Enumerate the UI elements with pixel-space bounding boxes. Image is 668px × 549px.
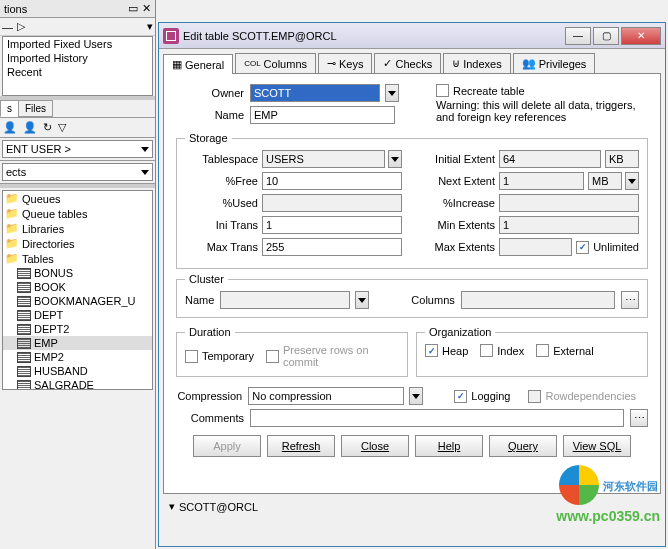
comments-input[interactable] — [250, 409, 624, 427]
folder-icon: 📁 — [5, 237, 19, 250]
tab-strip: ▦General COLColumns ⊸Keys ✓Checks ⊎Index… — [163, 53, 661, 74]
owner-input[interactable]: SCOTT — [250, 84, 380, 102]
chevron-down-icon — [391, 157, 399, 162]
right-icon[interactable]: ▷ — [17, 20, 25, 33]
duration-legend: Duration — [185, 326, 235, 338]
cluster-name-dropdown[interactable] — [355, 291, 369, 309]
tree-table[interactable]: DEPT2 — [3, 322, 152, 336]
pctfree-input[interactable]: 10 — [262, 172, 402, 190]
tree-table[interactable]: BOOKMANAGER_U — [3, 294, 152, 308]
recreate-label: Recreate table — [453, 85, 525, 97]
maxtrans-input[interactable]: 255 — [262, 238, 402, 256]
history-list[interactable]: Imported Fixed Users Imported History Re… — [2, 36, 153, 96]
cluster-name-input[interactable] — [220, 291, 350, 309]
minus-icon[interactable]: — — [2, 21, 13, 33]
tab-indexes[interactable]: ⊎Indexes — [443, 53, 511, 73]
tab-keys[interactable]: ⊸Keys — [318, 53, 372, 73]
compression-input[interactable]: No compression — [248, 387, 404, 405]
external-checkbox[interactable] — [536, 344, 549, 357]
filter-icon[interactable]: ▽ — [58, 121, 66, 134]
tree-table[interactable]: HUSBAND — [3, 364, 152, 378]
chevron-down-icon: ▾ — [169, 500, 175, 513]
temporary-checkbox[interactable] — [185, 350, 198, 363]
initextent-input[interactable]: 64 — [499, 150, 601, 168]
name-input[interactable]: EMP — [250, 106, 395, 124]
tree-table-emp[interactable]: EMP — [3, 336, 152, 350]
funnel-icon[interactable]: ▾ — [147, 20, 153, 33]
maxextents-input[interactable] — [499, 238, 572, 256]
tab-general[interactable]: ▦General — [163, 54, 233, 74]
user-combo[interactable]: ENT USER > — [2, 140, 153, 158]
tree-group[interactable]: 📁Queues — [3, 191, 152, 206]
initrans-input[interactable]: 1 — [262, 216, 402, 234]
apply-button[interactable]: Apply — [193, 435, 261, 457]
objects-combo-value: ects — [6, 166, 26, 178]
preserve-checkbox[interactable] — [266, 350, 279, 363]
list-item[interactable]: Imported History — [3, 51, 152, 65]
refresh-icon[interactable]: ↻ — [43, 121, 52, 134]
recreate-checkbox[interactable] — [436, 84, 449, 97]
maximize-button[interactable]: ▢ — [593, 27, 619, 45]
tree-group[interactable]: 📁Libraries — [3, 221, 152, 236]
compression-dropdown[interactable] — [409, 387, 423, 405]
tab-privileges[interactable]: 👥Privileges — [513, 53, 596, 73]
refresh-button[interactable]: Refresh — [267, 435, 335, 457]
tab-s[interactable]: s — [0, 100, 19, 117]
logging-checkbox[interactable] — [454, 390, 467, 403]
tree-table[interactable]: SALGRADE — [3, 378, 152, 390]
heap-checkbox[interactable] — [425, 344, 438, 357]
tab-files[interactable]: Files — [18, 100, 53, 117]
pctused-input[interactable] — [262, 194, 402, 212]
tab-columns[interactable]: COLColumns — [235, 53, 316, 73]
index-checkbox[interactable] — [480, 344, 493, 357]
person-add-icon[interactable]: 👤 — [3, 121, 17, 134]
titlebar[interactable]: Edit table SCOTT.EMP@ORCL — ▢ ✕ — [159, 23, 665, 49]
tree-table[interactable]: DEPT — [3, 308, 152, 322]
query-button[interactable]: Query — [489, 435, 557, 457]
tree-table[interactable]: BOOK — [3, 280, 152, 294]
tablespace-input[interactable]: USERS — [262, 150, 385, 168]
nextextent-unit[interactable]: MB — [588, 172, 622, 190]
tab-checks[interactable]: ✓Checks — [374, 53, 441, 73]
connection-bar[interactable]: ▾ SCOTT@ORCL — [163, 498, 661, 515]
close-button[interactable]: ✕ — [621, 27, 661, 45]
unlimited-checkbox[interactable] — [576, 241, 589, 254]
pctincrease-input[interactable] — [499, 194, 639, 212]
object-tree[interactable]: 📁Queues 📁Queue tables 📁Libraries 📁Direct… — [2, 190, 153, 390]
folder-icon: 📁 — [5, 192, 19, 205]
nextextent-input[interactable]: 1 — [499, 172, 584, 190]
tree-table[interactable]: BONUS — [3, 266, 152, 280]
person-remove-icon[interactable]: 👤 — [23, 121, 37, 134]
close-button[interactable]: Close — [341, 435, 409, 457]
window-icon[interactable]: ▭ — [128, 2, 138, 15]
minextents-label: Min Extents — [422, 219, 495, 231]
help-button[interactable]: Help — [415, 435, 483, 457]
minextents-input[interactable]: 1 — [499, 216, 639, 234]
cluster-cols-browse[interactable]: ⋯ — [621, 291, 639, 309]
owner-dropdown[interactable] — [385, 84, 399, 102]
table-icon — [17, 310, 31, 321]
tree-group[interactable]: 📁Queue tables — [3, 206, 152, 221]
comments-label: Comments — [176, 412, 244, 424]
cluster-name-label: Name — [185, 294, 214, 306]
comments-browse[interactable]: ⋯ — [630, 409, 648, 427]
tablespace-dropdown[interactable] — [388, 150, 402, 168]
pctincrease-label: %Increase — [422, 197, 495, 209]
initrans-label: Ini Trans — [185, 219, 258, 231]
close-icon[interactable]: ✕ — [142, 2, 151, 15]
chevron-down-icon — [141, 147, 149, 152]
nextextent-unit-dropdown[interactable] — [625, 172, 639, 190]
objects-combo[interactable]: ects — [2, 163, 153, 181]
viewsql-button[interactable]: View SQL — [563, 435, 631, 457]
tree-table[interactable]: EMP2 — [3, 350, 152, 364]
cluster-cols-input[interactable] — [461, 291, 615, 309]
pctused-label: %Used — [185, 197, 258, 209]
tree-group[interactable]: 📁Directories — [3, 236, 152, 251]
tree-group[interactable]: 📁Tables — [3, 251, 152, 266]
table-icon — [17, 338, 31, 349]
list-item[interactable]: Recent — [3, 65, 152, 79]
temporary-label: Temporary — [202, 350, 254, 362]
left-panel-header: tions ▭ ✕ — [0, 0, 155, 18]
list-item[interactable]: Imported Fixed Users — [3, 37, 152, 51]
minimize-button[interactable]: — — [565, 27, 591, 45]
